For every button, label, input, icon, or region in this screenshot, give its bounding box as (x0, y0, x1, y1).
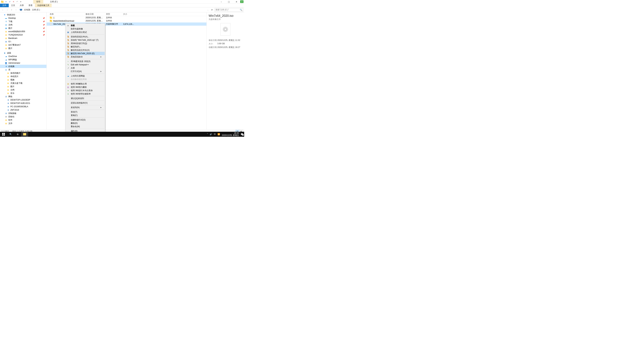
context-menu-item[interactable]: 复制(C) (66, 114, 105, 117)
tree-documents[interactable]: ▤文档📌 (0, 23, 46, 26)
search-input[interactable]: 搜索"文档 (E:)" 🔍 (215, 8, 243, 12)
action-center-icon[interactable]: 💬3 (241, 133, 243, 135)
tree-folder-win7reload[interactable]: ▮win7重装win7 (0, 43, 46, 46)
breadcrumb-this-pc[interactable]: 此电脑 (24, 8, 30, 11)
context-menu-item[interactable]: 🗜用360压缩打开(Q) (66, 42, 105, 45)
checkmark-icon[interactable]: ✔ (8, 0, 11, 3)
tree-libraries[interactable]: ▥库 (0, 68, 46, 71)
tree-local-photos[interactable]: ▮本机照片 (0, 75, 46, 78)
context-menu-item[interactable]: 🗜解压到 Win7x64_2020\ (E) (66, 52, 105, 55)
tree-onedrive[interactable]: ☁OneDrive (0, 55, 46, 58)
context-menu-item[interactable]: 🗜解压到(F)... (66, 45, 105, 48)
tab-share[interactable]: 共享 (18, 4, 26, 7)
tree-network[interactable]: 🖧网络 (0, 95, 46, 98)
context-menu-item[interactable]: ✎Edit with Notepad++ (66, 63, 105, 66)
delete-red-icon[interactable]: ✕ (12, 0, 15, 3)
context-menu-item[interactable]: 🗜解压到当前文件夹(X) (66, 48, 105, 52)
nav-forward-button[interactable]: → (5, 8, 9, 12)
nav-up-button[interactable]: ↑ (14, 8, 18, 12)
column-type[interactable]: 类型 (105, 13, 122, 15)
tree-videos[interactable]: ▮视频 (0, 78, 46, 81)
file-row[interactable]: 12020/12/15, 星期二 1...文件夹 (46, 16, 206, 19)
tree-pictures[interactable]: ▣图片📌 (0, 26, 46, 30)
tree-folder-files[interactable]: ▮文件 (0, 122, 46, 125)
network-icon[interactable]: 📶 (218, 133, 220, 135)
tab-home[interactable]: 主页 (9, 4, 18, 7)
tree-administrator[interactable]: 👤Administrator (0, 61, 46, 65)
context-menu-item[interactable]: 剪切(T) (66, 110, 105, 114)
tree-this-pc[interactable]: 🖥此电脑 (0, 65, 46, 68)
tree-folder-software[interactable]: ▮软件 (0, 118, 46, 122)
task-view-button[interactable]: ⧉ (14, 132, 21, 137)
refresh-button[interactable]: ⟳ (210, 9, 214, 11)
tab-view[interactable]: 查看 (26, 4, 35, 7)
context-menu-item[interactable]: 🗜添加到 "Win7x64_2020.zip" (T) (66, 38, 105, 42)
nav-back-button[interactable]: ← (1, 8, 5, 12)
context-menu-item[interactable]: 创建快捷方式(S) (66, 118, 105, 121)
context-menu-item[interactable]: 刻录光盘映像 (66, 27, 105, 30)
tree-folder-pictures[interactable]: ▮图片 (0, 46, 46, 50)
context-menu-item[interactable]: ☁上传到百度网盘 (66, 74, 105, 78)
context-menu-item[interactable]: 🗜其他压缩命令▶ (66, 55, 105, 58)
context-menu-item[interactable]: 删除(D) (66, 121, 105, 125)
clock[interactable]: 16:32 2020/12/25, 星期五 (222, 132, 239, 136)
undo-icon[interactable]: ↶ (16, 0, 18, 3)
context-menu-item[interactable]: ▧使用 360解除占用 (66, 82, 105, 85)
context-menu-item[interactable]: ↗共享 (66, 66, 105, 70)
volume-icon[interactable]: 🔊 (210, 133, 212, 135)
search-icon[interactable]: 🔍 (240, 9, 242, 11)
tree-quick-access[interactable]: ★快速访问 (0, 13, 46, 16)
search-button[interactable]: 🔍 (7, 132, 14, 137)
context-menu-item[interactable]: 还原以前的版本(V) (66, 101, 105, 105)
file-row[interactable]: BaiduNetdiskDownload2020/12/25, 星期五 1...… (46, 19, 206, 22)
tree-tianyi[interactable]: ▮天翼云盘下载 (0, 81, 46, 85)
tab-file[interactable]: 文件 (0, 4, 9, 7)
tree-network-pc[interactable]: 🖥DESKTOP-LSSOEDP (0, 98, 46, 102)
context-menu-item[interactable]: ●使用 360管理右键菜单 (66, 92, 105, 95)
close-button[interactable]: ✕ (232, 0, 240, 4)
chevron-right-icon[interactable]: › (40, 9, 41, 11)
column-date[interactable]: 修改日期 (84, 13, 105, 15)
explorer-taskbar-button[interactable] (21, 132, 28, 137)
tray-chevron-up-icon[interactable]: ˄ (207, 133, 208, 135)
column-size[interactable]: 大小 (122, 13, 135, 15)
chevron-right-icon[interactable]: › (23, 9, 24, 11)
context-menu-item[interactable]: 发送到(N)▶ (66, 106, 105, 109)
tree-desktop[interactable]: ▬Desktop📌 (0, 16, 46, 20)
context-menu-item[interactable]: 打开方式(H)▶ (66, 70, 105, 73)
tree-music[interactable]: ▮音乐 (0, 91, 46, 95)
tree-control-panel[interactable]: ⊞控制面板 (0, 112, 46, 115)
tree-folder-bandicam[interactable]: ▮Bandicam (0, 36, 46, 40)
save-icon[interactable]: ▾ (5, 0, 8, 3)
tree-wps[interactable]: ☁WPS网盘 (0, 58, 46, 61)
tree-network-pc[interactable]: 🖥PC-20190530OBLA (0, 105, 46, 108)
tree-saved-pictures[interactable]: ▮保存的图片 (0, 71, 46, 75)
context-menu-item[interactable]: •用 蜂蜜浏览器 浏览(3) (66, 60, 105, 63)
tree-folder-excel[interactable]: ▮excel表格制作求和📌 (0, 30, 46, 33)
tree-pictures-lib[interactable]: ▮图片 (0, 85, 46, 88)
tree-documents-lib[interactable]: ▮文档 (0, 88, 46, 91)
maximize-button[interactable]: ▢ (225, 0, 232, 4)
tree-drive-g[interactable]: ▦G:\ (0, 40, 46, 43)
tree-desktop-root[interactable]: ■桌面 (0, 51, 46, 55)
tab-disc-image-tools[interactable]: 光盘映像工具 (35, 4, 52, 7)
minimize-button[interactable]: – (218, 0, 225, 4)
tree-network-pc[interactable]: 🖥DESKTOP-NJEU3CG (0, 102, 46, 105)
tree-folder-yunqishi[interactable]: ▮YUNQISHI2019📌 (0, 33, 46, 36)
context-menu-item[interactable]: ◉装载 (66, 24, 105, 27)
chevron-right-icon[interactable]: › (31, 9, 31, 11)
breadcrumb[interactable]: › 此电脑 › 文档 (E:) › (18, 8, 206, 11)
start-button[interactable] (0, 132, 7, 137)
tree-downloads[interactable]: ⬇下载📌 (0, 20, 46, 23)
context-menu-item[interactable]: 通过QQ发送到 (66, 97, 105, 100)
breadcrumb-drive[interactable]: 文档 (E:) (32, 8, 40, 11)
ime-indicator[interactable]: 中 (214, 133, 216, 136)
context-menu-item[interactable]: ●使用 360进行木马云查杀 (66, 89, 105, 92)
qat-dropdown-icon[interactable]: ▾ (20, 0, 22, 3)
address-history-dropdown[interactable]: ⌄ (207, 9, 209, 11)
context-menu-item[interactable]: 🗜添加到压缩文件(A)... (66, 35, 105, 38)
tree-network-pc[interactable]: 🖥ZMT2019 (0, 108, 46, 112)
context-menu-item[interactable]: ▨使用 360强力删除 (66, 85, 105, 89)
context-menu-item[interactable]: 重命名(M) (66, 125, 105, 128)
context-menu-item[interactable]: ▦上传到有道云笔记 (66, 30, 105, 34)
